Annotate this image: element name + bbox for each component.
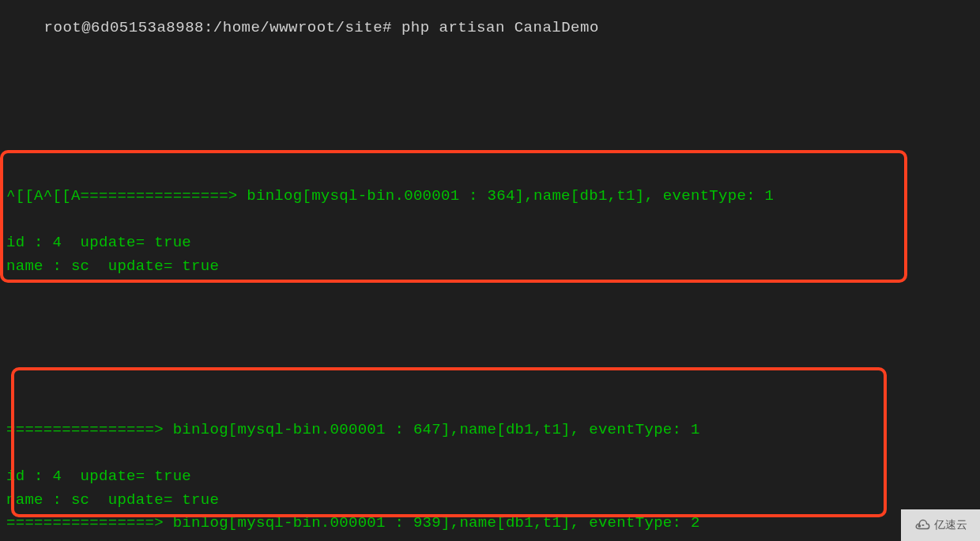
- blank-line: [0, 209, 780, 232]
- terminal-window[interactable]: root@6d05153a8988:/home/wwwroot/site# ph…: [0, 0, 980, 541]
- binlog-event-line: ^[[A^[[A================> binlog[mysql-b…: [0, 185, 780, 209]
- output-block-1: ^[[A^[[A================> binlog[mysql-b…: [0, 185, 780, 278]
- binlog-event-line: ================> binlog[mysql-bin.00000…: [0, 419, 707, 442]
- watermark-badge: 亿速云: [901, 509, 980, 541]
- field-update-id: id : 4 update= true: [0, 231, 780, 255]
- command-prompt-line: root@6d05153a8988:/home/wwwroot/site# ph…: [0, 0, 980, 54]
- binlog-event-line: ================> binlog[mysql-bin.00000…: [0, 512, 707, 535]
- field-update-name: name : sc update= true: [0, 489, 707, 513]
- cloud-icon: [914, 518, 931, 532]
- field-update-name: name : sc update= true: [0, 255, 780, 279]
- field-update-id: id : 4 update= true: [0, 465, 707, 489]
- blank-line: [0, 442, 707, 466]
- output-block-2: ================> binlog[mysql-bin.00000…: [0, 419, 707, 512]
- svg-point-0: [918, 525, 920, 527]
- typed-command: php artisan CanalDemo: [401, 19, 599, 36]
- shell-prompt: root@6d05153a8988:/home/wwwroot/site#: [44, 19, 401, 36]
- watermark-text: 亿速云: [934, 518, 967, 532]
